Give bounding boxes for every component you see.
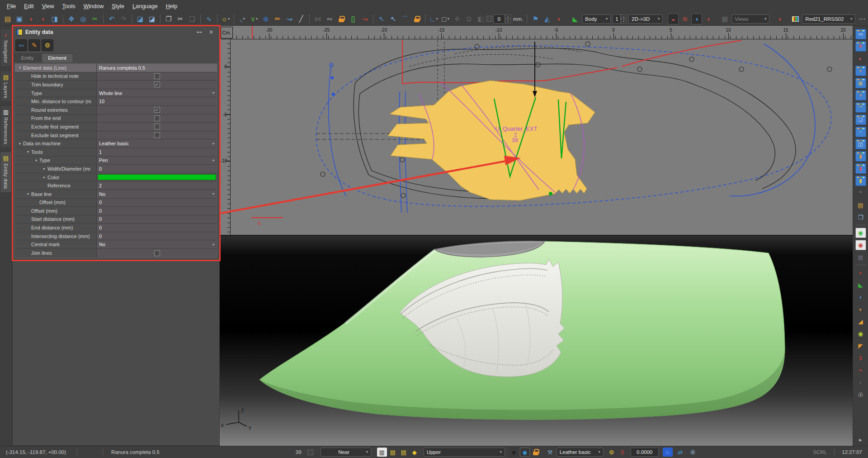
machine-settings-button[interactable]: ⚙: [607, 448, 617, 457]
save-piece-button[interactable]: ◨: [49, 14, 60, 24]
eraser-button[interactable]: ◪: [135, 14, 146, 24]
property-row[interactable]: Min. distance to contour (m10: [15, 97, 217, 106]
open-shoe-button[interactable]: ◖: [38, 14, 48, 24]
spline-button[interactable]: ↝: [284, 14, 295, 24]
property-row[interactable]: Exclude first segment: [15, 123, 217, 131]
body-combo[interactable]: Body▾: [582, 14, 611, 24]
mirror-view-button[interactable]: ◐: [855, 53, 866, 64]
dropdown-caret-icon[interactable]: ▾: [212, 192, 214, 196]
sidebar-tab-layers[interactable]: ▤Layers: [0, 71, 12, 102]
color-swatch[interactable]: [98, 174, 216, 181]
pattern-canvas[interactable]: U_Quarter_EXT 2 39 x: [220, 39, 853, 235]
offset-value-input[interactable]: 0▴▾: [493, 14, 511, 24]
view-lock-button[interactable]: ▦: [719, 14, 730, 24]
power-button[interactable]: ◉: [855, 329, 866, 339]
unlock-icon[interactable]: [531, 448, 541, 457]
property-row[interactable]: Round extremes✓: [15, 106, 217, 114]
tools-button[interactable]: ⚒: [545, 448, 555, 457]
property-row[interactable]: Intersecting distance (mm)0: [15, 232, 217, 241]
property-row[interactable]: End distance (mm)0: [15, 224, 217, 232]
more-options-button[interactable]: ⋯: [857, 14, 868, 24]
save-button[interactable]: ▣: [14, 14, 25, 24]
sole-window-button[interactable]: ◗: [855, 66, 866, 76]
dropdown-caret-icon[interactable]: ▾: [212, 158, 214, 162]
render-bulb-button[interactable]: ☉: [855, 390, 866, 400]
paste-button[interactable]: ❑: [187, 14, 198, 24]
background-swatch-button[interactable]: ■: [509, 448, 519, 457]
property-row[interactable]: Central markNo▾: [15, 240, 217, 249]
property-checkbox[interactable]: ✓: [154, 107, 160, 113]
machine-combo[interactable]: Leather basic▾: [557, 448, 604, 457]
property-value-cell[interactable]: Leather basic▾: [97, 139, 217, 148]
barcode-button[interactable]: ▥: [377, 448, 387, 457]
piece-red-button[interactable]: ◗: [855, 267, 866, 278]
dropdown-caret-icon[interactable]: ▾: [212, 91, 214, 95]
add-shoe-button[interactable]: ◗: [774, 14, 785, 24]
twin-soles-button[interactable]: ◭: [542, 14, 552, 24]
property-row[interactable]: Offset (mm)0: [15, 199, 217, 207]
property-value-cell[interactable]: ✓: [97, 106, 217, 114]
fill-swatch-button[interactable]: ◧: [475, 14, 486, 24]
property-value-cell[interactable]: 0: [97, 199, 217, 207]
number-input[interactable]: 1▴▾: [613, 14, 627, 24]
region-select-button[interactable]: ◌: [663, 448, 673, 457]
shoe-s-button[interactable]: S: [618, 448, 627, 457]
spin-up-icon[interactable]: ▴: [621, 14, 627, 19]
scroll-more-button[interactable]: ▸: [855, 434, 866, 445]
lock-segment-button[interactable]: [336, 14, 347, 24]
show-last-visibility-button[interactable]: ◉: [855, 228, 866, 238]
shoe-gray-button[interactable]: ◗: [855, 377, 866, 388]
layers-save-button[interactable]: ▤: [399, 448, 409, 457]
lock-add-window-button[interactable]: ▮: [855, 163, 866, 174]
property-value-cell[interactable]: No▾: [97, 240, 217, 248]
open-button[interactable]: ▤: [2, 14, 13, 24]
select-entities-button[interactable]: ↖: [376, 14, 387, 24]
append-curve-button[interactable]: ↝: [359, 14, 370, 24]
expander-icon[interactable]: ▾: [17, 142, 23, 146]
sidebar-tab-entity-data[interactable]: ▤Entity data: [0, 152, 12, 192]
menu-item[interactable]: View: [38, 1, 58, 12]
property-value-cell[interactable]: Pen▾: [97, 157, 217, 165]
size-checkbox[interactable]: [307, 449, 313, 455]
split-window-button[interactable]: ◫: [855, 139, 866, 149]
move-button[interactable]: ✛: [452, 14, 462, 24]
property-value-cell[interactable]: 2: [97, 181, 217, 190]
height-adjust-button[interactable]: ⇕: [855, 353, 866, 363]
property-value-cell[interactable]: [97, 72, 217, 81]
visibility-eye-button[interactable]: ◉: [520, 448, 530, 457]
spin-up-icon[interactable]: ▴: [505, 14, 511, 19]
property-row[interactable]: ▾Base lineNo▾: [15, 190, 217, 199]
eraser-plus-button[interactable]: ◪: [146, 14, 157, 24]
unlink-button[interactable]: ⋈: [312, 14, 323, 24]
copy-window-button[interactable]: ❏: [855, 114, 866, 125]
wedge-button[interactable]: ◢: [855, 316, 866, 327]
green-node[interactable]: [549, 192, 552, 196]
pieces-window-button[interactable]: ❖: [855, 41, 866, 52]
cut-button[interactable]: ✂: [175, 14, 186, 24]
show-split-shoe-button[interactable]: ◒: [668, 14, 679, 24]
link-node-button[interactable]: ∾: [324, 14, 335, 24]
property-row[interactable]: ▾Tools1: [15, 148, 217, 157]
new-shoe-button[interactable]: ◗: [26, 14, 37, 24]
property-value-cell[interactable]: 0: [97, 224, 217, 232]
copy-docs-button[interactable]: ❐: [855, 212, 866, 223]
center-point-button[interactable]: ⊕: [260, 14, 271, 24]
sidebar-tab-references[interactable]: ▥References: [0, 105, 12, 148]
expander-icon[interactable]: ▾: [33, 158, 39, 162]
blue-node[interactable]: [331, 76, 334, 79]
measure-edit-button[interactable]: ✂: [90, 14, 100, 24]
palette-icon[interactable]: [790, 14, 801, 24]
sole-orange-button[interactable]: ◗: [855, 304, 866, 315]
property-value-cell[interactable]: 10: [97, 97, 217, 105]
property-row[interactable]: Hide in technical note: [15, 72, 217, 81]
pick-entity-tool[interactable]: ∾: [15, 39, 27, 51]
dashed-arc-window-button[interactable]: ◠: [855, 102, 866, 113]
menu-item[interactable]: File: [3, 1, 20, 12]
expander-icon[interactable]: ▾: [25, 192, 31, 196]
lamp-button[interactable]: ✇: [688, 448, 698, 457]
property-row[interactable]: Exclude last segment: [15, 131, 217, 140]
marquee-button[interactable]: ◻▾: [440, 14, 451, 24]
property-row[interactable]: ▸Width/Diameter (mr0: [15, 165, 217, 173]
pencil-button[interactable]: ✏: [272, 14, 283, 24]
entity-settings-tool[interactable]: ⚙: [42, 39, 53, 51]
